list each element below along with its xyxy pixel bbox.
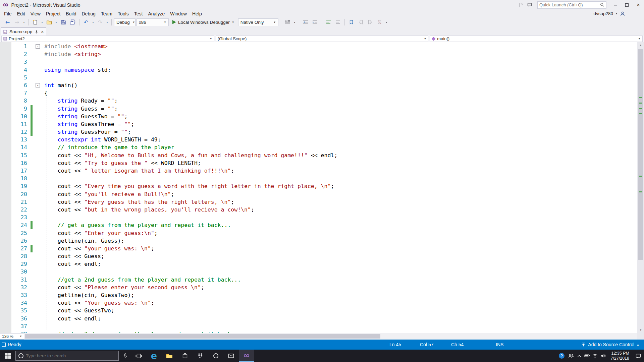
volume-icon[interactable] xyxy=(599,350,607,362)
redo-icon[interactable]: ↷ xyxy=(96,18,104,26)
taskbar-clock[interactable]: 12:35 PM 7/27/2018 xyxy=(607,350,633,362)
code-line[interactable]: 24 // get a guess from the player and re… xyxy=(0,221,637,229)
project-dropdown-chevron-icon[interactable]: ▼ xyxy=(210,37,212,40)
code-line[interactable]: 38 //get a 3rd guess from the player and… xyxy=(0,330,637,333)
get-help-icon[interactable]: ? xyxy=(557,350,566,362)
code-line[interactable]: 15 cout << "Hi, Welcome to Bulls and Cow… xyxy=(0,152,637,159)
new-project-icon[interactable] xyxy=(31,18,39,26)
save-icon[interactable] xyxy=(59,18,67,26)
microphone-icon[interactable] xyxy=(119,350,131,362)
quick-launch-input[interactable] xyxy=(539,2,600,7)
code-line[interactable]: 3 xyxy=(0,58,637,66)
code-line[interactable]: 25 cout << "Enter your guess:\n"; xyxy=(0,229,637,237)
pin-icon[interactable] xyxy=(35,30,39,34)
mail-icon[interactable] xyxy=(223,350,239,362)
code-line[interactable]: 32 cout << "Please enter your second gue… xyxy=(0,284,637,291)
zoom-dropdown-chevron-icon[interactable]: ▼ xyxy=(19,335,22,338)
code-line[interactable]: 12 string GuessFour = ""; xyxy=(0,128,637,136)
comment-selection-icon[interactable] xyxy=(324,18,333,26)
code-line[interactable]: 27 cout << "your guess was: \n"; xyxy=(0,245,637,252)
code-line[interactable]: 8 string Ready = ""; xyxy=(0,97,637,105)
menu-window[interactable]: Window xyxy=(167,10,190,17)
member-list-dropdown-chevron-icon[interactable]: ▼ xyxy=(293,18,297,26)
menu-test[interactable]: Test xyxy=(131,10,146,17)
member-list-icon[interactable] xyxy=(283,18,292,26)
save-all-icon[interactable] xyxy=(68,18,77,26)
task-view-icon[interactable] xyxy=(131,350,146,362)
code-line[interactable]: 18 xyxy=(0,175,637,182)
undo-icon[interactable]: ↶ xyxy=(82,18,90,26)
next-bookmark-icon[interactable] xyxy=(366,18,374,26)
code-line[interactable]: 36 cout << endl; xyxy=(0,315,637,322)
code-line[interactable]: 33 getline(cin, GuessTwo); xyxy=(0,291,637,299)
vertical-scrollbar[interactable]: ▲ ▼ xyxy=(637,42,644,333)
clear-bookmarks-icon[interactable] xyxy=(375,18,384,26)
fold-collapse-marker[interactable]: - xyxy=(34,43,43,50)
code-line[interactable]: 2#include <string> xyxy=(0,50,637,58)
microsoft-store-icon[interactable] xyxy=(177,350,193,362)
start-button[interactable] xyxy=(0,350,15,362)
code-line[interactable]: 23 xyxy=(0,214,637,221)
code-line[interactable]: 14 // introduce the game to the player xyxy=(0,143,637,151)
menu-build[interactable]: Build xyxy=(63,10,79,17)
scope-dropdown[interactable]: (Global Scope) ▼ xyxy=(216,36,429,42)
vertical-scrollbar-thumb[interactable] xyxy=(638,49,643,260)
open-file-icon[interactable] xyxy=(45,18,53,26)
battery-icon[interactable] xyxy=(583,350,591,362)
navigate-dropdown-chevron-icon[interactable]: ▼ xyxy=(22,18,26,26)
hidden-icons-chevron-icon[interactable] xyxy=(576,350,583,362)
code-line[interactable]: 17 cout << " letter isogram that I am th… xyxy=(0,167,637,175)
menu-team[interactable]: Team xyxy=(98,10,115,17)
user-avatar-icon[interactable] xyxy=(620,11,625,16)
people-icon[interactable] xyxy=(566,350,576,362)
visual-studio-taskbar-icon[interactable]: ∞ xyxy=(239,350,254,362)
minimize-button[interactable]: – xyxy=(610,0,621,10)
navigate-forward-icon[interactable]: → xyxy=(13,18,21,26)
menu-debug[interactable]: Debug xyxy=(79,10,98,17)
decrease-indent-icon[interactable] xyxy=(302,18,310,26)
code-line[interactable]: 1-#include <iostream> xyxy=(0,43,637,50)
increase-indent-icon[interactable] xyxy=(311,18,319,26)
toggle-bookmark-icon[interactable] xyxy=(347,18,356,26)
start-debugging-button[interactable]: Local Windows Debugger ▼ xyxy=(170,18,237,26)
code-line[interactable]: 6-int main() xyxy=(0,81,637,89)
signed-in-user[interactable]: dvsap280 xyxy=(594,11,613,16)
project-dropdown[interactable]: ++ Project2 ▼ xyxy=(1,36,214,42)
network-icon[interactable] xyxy=(591,350,599,362)
tab-close-icon[interactable]: × xyxy=(41,29,44,34)
scope-dropdown-chevron-icon[interactable]: ▼ xyxy=(424,37,426,40)
send-feedback-icon[interactable] xyxy=(525,0,534,10)
user-dropdown-chevron-icon[interactable]: ▼ xyxy=(615,12,618,15)
file-explorer-icon[interactable] xyxy=(162,350,177,362)
code-line[interactable]: 22 cout << "but in the wrong places, you… xyxy=(0,206,637,214)
notifications-flag-icon[interactable] xyxy=(517,0,525,10)
scroll-down-icon[interactable]: ▼ xyxy=(637,327,644,333)
code-line[interactable]: 34 cout << "Your guess was: \n"; xyxy=(0,299,637,307)
code-line[interactable]: 11 string GuessThree = ""; xyxy=(0,120,637,128)
taskbar-search-box[interactable] xyxy=(15,351,119,361)
code-line[interactable]: 13 constexpr int WORD_LENGTH = 49; xyxy=(0,136,637,143)
quick-launch-box[interactable] xyxy=(537,1,606,9)
horizontal-scrollbar[interactable] xyxy=(24,333,637,340)
solution-platform-dropdown[interactable]: x86▼ xyxy=(137,18,169,26)
code-line[interactable]: 16 cout << "Try to guess the " << WORD_L… xyxy=(0,159,637,167)
menu-file[interactable]: File xyxy=(1,10,14,17)
maximize-button[interactable] xyxy=(621,0,633,10)
fold-collapse-marker[interactable]: - xyxy=(34,81,43,89)
toolbar-overflow-chevron-icon[interactable]: ▼ xyxy=(385,18,388,26)
code-line[interactable]: 26 getline(cin, Guess); xyxy=(0,237,637,245)
redo-dropdown-chevron-icon[interactable]: ▼ xyxy=(105,18,109,26)
dropbox-icon[interactable] xyxy=(193,350,208,362)
code-line[interactable]: 5 xyxy=(0,74,637,81)
code-line[interactable]: 29 cout << endl; xyxy=(0,260,637,268)
code-editor[interactable]: 1-#include <iostream>2#include <string>3… xyxy=(0,42,644,333)
code-line[interactable]: 20 cout << "you'll recieve a Bull!\n"; xyxy=(0,190,637,198)
open-file-dropdown-chevron-icon[interactable]: ▼ xyxy=(54,18,58,26)
taskbar-search-input[interactable] xyxy=(26,353,116,358)
ring-app-icon[interactable] xyxy=(208,350,223,362)
background-tasks-icon[interactable] xyxy=(2,343,6,347)
member-dropdown-chevron-icon[interactable]: ▼ xyxy=(638,37,641,40)
horizontal-scrollbar-thumb[interactable] xyxy=(25,334,380,339)
debug-type-dropdown[interactable]: Native Only▼ xyxy=(238,18,278,26)
close-button[interactable]: × xyxy=(633,0,644,10)
